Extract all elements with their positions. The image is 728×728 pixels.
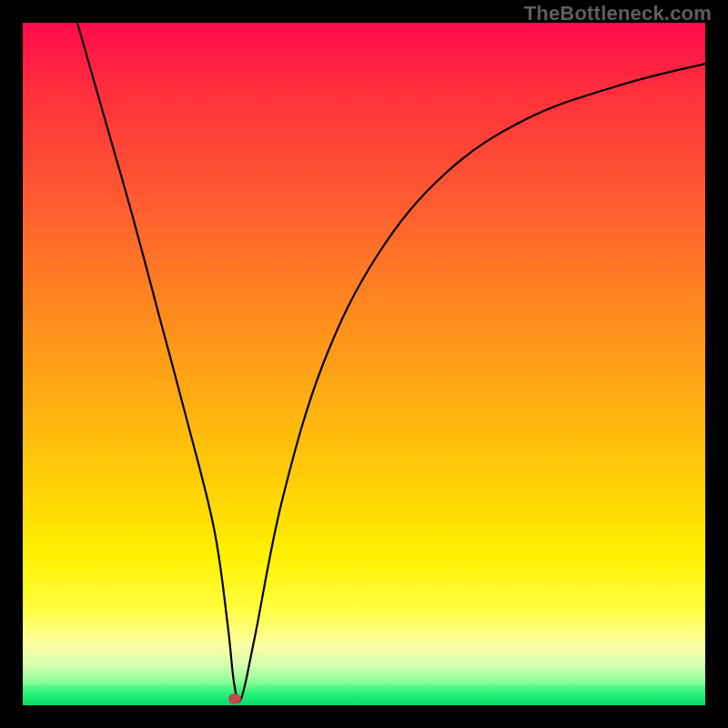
watermark-text: TheBottleneck.com bbox=[524, 2, 712, 25]
bottleneck-curve bbox=[23, 23, 705, 705]
bottleneck-curve-path bbox=[77, 23, 705, 702]
min-point-marker bbox=[228, 693, 241, 704]
plot-area bbox=[23, 23, 705, 705]
chart-frame bbox=[0, 0, 728, 728]
